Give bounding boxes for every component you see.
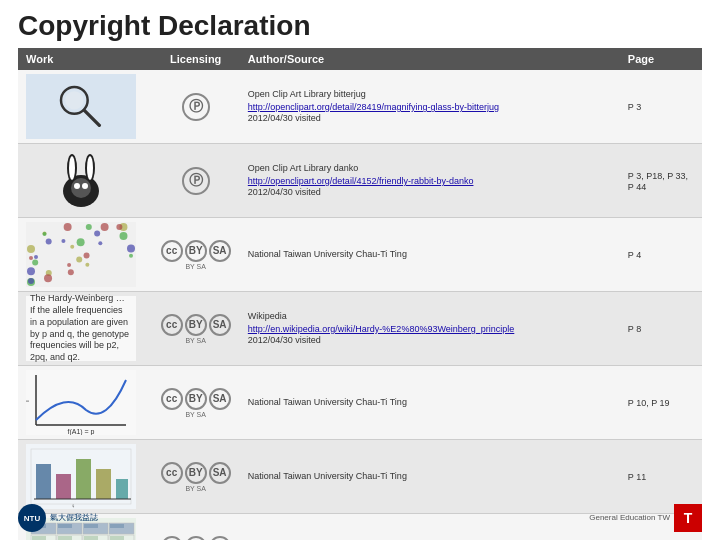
svg-point-21: [86, 224, 92, 230]
cell-licensing: Ⓟ: [152, 70, 240, 144]
svg-point-33: [32, 260, 38, 266]
page-title: Copyright Declaration: [0, 0, 720, 48]
author-link[interactable]: http://openclipart.org/detail/28419/magn…: [248, 102, 499, 112]
svg-point-11: [34, 255, 38, 259]
author-link[interactable]: http://en.wikipedia.org/wiki/Hardy-%E2%8…: [248, 324, 514, 334]
svg-rect-50: [116, 479, 128, 499]
cell-author: National Taiwan University Chau-Ti Ting: [240, 440, 620, 514]
cc-circle-by: BY: [185, 314, 207, 336]
cell-author: National Taiwan University Chau-Ti Ting: [240, 218, 620, 292]
cell-author: Wikipediahttp://en.wikipedia.org/wiki/Ha…: [240, 292, 620, 366]
cc-circle-by: BY: [185, 240, 207, 262]
cc-circle-cc: cc: [161, 536, 183, 541]
svg-point-35: [61, 239, 65, 243]
svg-rect-47: [56, 474, 71, 499]
svg-point-32: [67, 263, 71, 267]
cc-license-label: BY SA: [185, 337, 206, 344]
svg-point-13: [77, 238, 85, 246]
table-row: ♂ ♀ cc BY SA BY SA National Taiwan Unive…: [18, 440, 702, 514]
svg-rect-80: [84, 536, 98, 540]
svg-point-27: [94, 231, 100, 237]
work-text-content: The Hardy-Weinberg … If the allele frequ…: [26, 289, 136, 367]
svg-point-9: [74, 183, 80, 189]
svg-point-16: [101, 223, 109, 231]
cell-page: P 8: [620, 292, 702, 366]
cell-work: f(A1) = p f: [18, 366, 152, 440]
author-date: 2012/04/30 visited: [248, 334, 612, 347]
cc-circle-cc: cc: [161, 314, 183, 336]
ntu-logo-circle: NTU: [18, 504, 46, 532]
cell-work: [18, 70, 152, 144]
ntu-logo: NTU 氣大倔我益誌: [18, 504, 98, 532]
svg-rect-79: [58, 536, 72, 540]
cc-circle-sa: SA: [209, 388, 231, 410]
work-chart-image: ♂ ♀: [26, 444, 136, 509]
cc-circle-by: BY: [185, 388, 207, 410]
col-header-licensing: Licensing: [152, 48, 240, 70]
author-name: Wikipedia: [248, 310, 612, 323]
gen-edu-label: General Education TW: [589, 513, 670, 523]
cc-circle-cc: cc: [161, 240, 183, 262]
cell-author: Open Clip Art Library dankohttp://opencl…: [240, 144, 620, 218]
svg-point-20: [29, 256, 33, 260]
work-graph-image: f(A1) = p f: [26, 370, 136, 435]
cc-circle-cc: cc: [161, 462, 183, 484]
cc-circle-by: BY: [185, 462, 207, 484]
svg-point-38: [85, 263, 89, 267]
svg-point-6: [69, 156, 75, 180]
page-number: P 8: [628, 324, 641, 334]
dots-svg: [26, 222, 136, 287]
cc-license-label: BY SA: [185, 263, 206, 270]
work-magnify-image: [26, 74, 136, 139]
svg-rect-81: [110, 536, 124, 540]
cell-licensing: cc BY SA BY SA: [152, 366, 240, 440]
cell-page: P 10, P 19: [620, 366, 702, 440]
svg-rect-78: [32, 536, 46, 540]
svg-point-2: [65, 91, 83, 109]
svg-point-8: [71, 178, 91, 198]
col-header-work: Work: [18, 48, 152, 70]
cc-circle-sa: SA: [209, 536, 231, 541]
cc-circle-cc: cc: [161, 388, 183, 410]
cell-work: The Hardy-Weinberg … If the allele frequ…: [18, 292, 152, 366]
cc-license-icon: cc BY SA BY SA: [160, 462, 232, 492]
author-name: Open Clip Art Library danko: [248, 162, 612, 175]
page-number: P 4: [628, 250, 641, 260]
svg-point-19: [27, 267, 35, 275]
cc-license-icon: cc BY SA BY SA: [160, 314, 232, 344]
cell-author: National Taiwan University Chau-Ti Ting: [240, 514, 620, 541]
svg-point-29: [43, 232, 47, 236]
work-dots-image: [26, 222, 136, 287]
svg-point-36: [116, 224, 122, 230]
svg-point-28: [64, 223, 72, 231]
svg-point-24: [68, 269, 74, 275]
svg-rect-49: [96, 469, 111, 499]
magnify-svg: [56, 82, 106, 132]
svg-point-30: [76, 257, 82, 263]
table-row: f(A1) = p f cc BY SA BY SA National Taiw…: [18, 366, 702, 440]
cc-license-icon: cc BY SA BY SA: [160, 536, 232, 541]
author-link[interactable]: http://openclipart.org/detail/4152/frien…: [248, 176, 474, 186]
svg-point-31: [127, 245, 135, 253]
svg-point-10: [82, 183, 88, 189]
page-number: P 3: [628, 102, 641, 112]
t-logo-icon: T: [674, 504, 702, 532]
cc-zero-icon: Ⓟ: [160, 93, 232, 121]
cell-work: [18, 144, 152, 218]
cell-work: ♂ ♀: [18, 440, 152, 514]
cc-circle-sa: SA: [209, 462, 231, 484]
cell-page: P 3, P18, P 33, P 44: [620, 144, 702, 218]
svg-rect-77: [110, 524, 124, 528]
cell-page: P 4: [620, 218, 702, 292]
page-number: P 3, P18, P 33, P 44: [628, 171, 688, 192]
work-text-cell: The Hardy-Weinberg … If the allele frequ…: [26, 296, 136, 361]
cell-licensing: Ⓟ: [152, 144, 240, 218]
svg-point-39: [28, 278, 34, 284]
cc-zero-icon: Ⓟ: [160, 167, 232, 195]
col-header-page: Page: [620, 48, 702, 70]
cell-author: National Taiwan University Chau-Ti Ting: [240, 366, 620, 440]
cc-circle-sa: SA: [209, 314, 231, 336]
svg-text:f(A1) = p: f(A1) = p: [67, 428, 94, 435]
cc-circle-sa: SA: [209, 240, 231, 262]
cell-licensing: cc BY SA BY SA: [152, 440, 240, 514]
